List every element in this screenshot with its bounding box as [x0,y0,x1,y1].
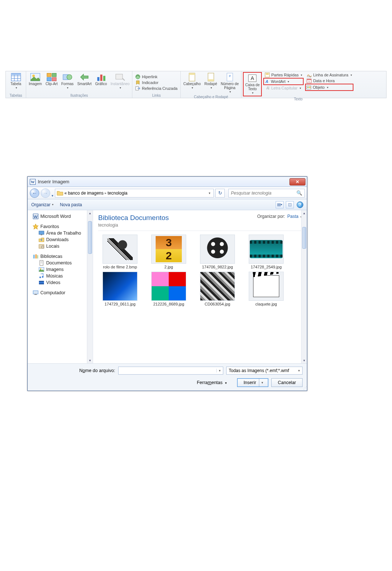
chart-button[interactable]: Gráfico [94,72,108,87]
pagenumber-button[interactable]: #Número de Página▾ [220,72,240,94]
hyperlink-button[interactable]: Hiperlink [134,74,159,80]
svg-text:W: W [34,215,38,219]
smartart-button[interactable]: SmartArt [76,72,92,87]
arrange-by[interactable]: Organizar por: Pasta ▾ [257,214,302,219]
breadcrumb-seg-1[interactable]: banco de imagens [68,191,104,196]
datetime-button[interactable]: 5Data e Hora [305,78,353,84]
history-dropdown[interactable]: ▾ [52,194,53,197]
header-button[interactable]: Cabeçalho▾ [182,72,202,90]
resize-grip[interactable]: ⋰ [303,386,306,390]
tree-item-desktop[interactable]: Área de Trabalho [31,230,93,236]
tree-item-downloads[interactable]: Downloads [31,236,93,243]
textbox-button[interactable]: ACaixa de Texto▾ [244,73,260,95]
star-icon [33,224,39,229]
filetype-filter[interactable]: Todas as Imagens (*.emf;*.wmf ▾ [226,367,303,375]
quickparts-button[interactable]: Partes Rápidas▾ [263,72,304,78]
breadcrumb-dropdown[interactable]: ▾ [207,191,212,195]
scroll-down-icon[interactable]: ▼ [87,358,93,363]
dropcap-icon: A [265,85,270,91]
crossref-button[interactable]: Referência Cruzada [134,85,179,91]
dialog-title: Inserir Imagem [38,179,289,184]
search-icon: 🔍 [296,190,302,196]
svg-rect-21 [189,73,195,75]
screenshot-button[interactable]: Instantâneo ▾ [109,72,131,90]
file-item[interactable]: claquete.jpg [244,272,288,307]
tree-item-videos[interactable]: Vídeos [31,279,93,286]
tree-item-libraries[interactable]: Bibliotecas [31,253,93,260]
insert-button[interactable]: Inserir▾ [237,378,268,387]
filename-dropdown[interactable]: ▾ [216,369,223,372]
dropdown-arrow-icon: ▾ [52,203,53,206]
file-item[interactable]: 174728_2549.jpg [244,235,288,269]
dialog-titlebar[interactable]: W Inserir Imagem ✕ [28,177,307,187]
organize-button[interactable]: Organizar ▾ [31,202,53,207]
pagenumber-icon: # [225,73,235,81]
computer-icon [33,290,39,295]
textbox-label: Caixa de Texto [245,83,259,91]
footer-button[interactable]: Rodapé▾ [203,72,218,90]
bookmark-label: Indicador [142,80,158,85]
tree-item-documents[interactable]: Documentos [31,260,93,266]
svg-rect-17 [116,74,123,79]
scroll-thumb[interactable] [88,221,92,254]
picture-button[interactable]: Imagem [28,72,43,87]
filename-combobox[interactable]: ▾ [118,367,223,375]
word-app-icon: W [30,179,36,185]
file-item[interactable]: 174706_9822.jpg [196,235,239,269]
insert-picture-dialog: W Inserir Imagem ✕ ← → ▾ « banco de imag… [27,176,307,391]
tree-scrollbar[interactable]: ▲ ▼ [87,210,93,363]
tools-menu[interactable]: Ferramentas ▾ [197,380,227,385]
wordart-button[interactable]: AWordArt▾ [263,78,304,85]
tree-item-computer[interactable]: Computador [31,290,93,296]
dropcap-label: Letra Capitular [271,86,297,90]
tree-item-pictures[interactable]: Imagens [31,266,93,273]
tree-item-favorites[interactable]: Favoritos [31,223,93,230]
group-label-illustrations: Ilustrações [28,93,131,98]
content-scrollbar[interactable]: ▲ ▼ [301,210,307,363]
search-input[interactable] [231,191,296,196]
dropcap-button[interactable]: ALetra Capitular▾ [263,85,304,91]
scroll-down-icon[interactable]: ▼ [301,358,307,363]
thumbnail-icon [253,275,279,297]
shapes-button[interactable]: Formas ▾ [60,72,75,90]
insert-dropdown[interactable]: ▾ [259,379,265,387]
tree-item-word[interactable]: WMicrosoft Word [31,213,93,220]
object-button[interactable]: Objeto▾ [305,84,353,91]
table-button[interactable]: Tabela ▾ [9,72,22,90]
tree-item-recent[interactable]: Locais [31,243,93,249]
footer-label: Rodapé [204,82,217,86]
file-item[interactable]: 212226_8689.jpg [147,272,191,307]
refresh-button[interactable]: ↻ [215,189,225,197]
cancel-button[interactable]: Cancelar [271,378,303,387]
close-button[interactable]: ✕ [289,178,305,185]
svg-point-56 [39,276,41,278]
svg-rect-50 [37,255,38,259]
scroll-thumb[interactable] [302,227,306,249]
tree-item-music[interactable]: Músicas [31,273,93,279]
scroll-up-icon[interactable]: ▲ [87,210,93,216]
help-button[interactable]: ? [297,201,303,208]
view-options-button[interactable]: ▤ ▾ [276,201,284,208]
search-box[interactable]: 🔍 [228,189,305,197]
clipart-button[interactable]: Clip-Art [44,72,59,87]
recent-icon [39,244,44,249]
breadcrumb[interactable]: « banco de imagens ▸ tecnologia ▾ [55,189,214,197]
svg-rect-16 [103,76,105,81]
file-item[interactable]: 174729_0611.jpg [98,272,142,307]
bookmark-button[interactable]: Indicador [134,80,160,85]
file-item[interactable]: 322.jpg [147,235,191,269]
shapes-label: Formas [61,82,73,86]
filename-input[interactable] [119,368,216,373]
forward-button[interactable]: → [41,188,50,198]
file-item[interactable]: CD063054.jpg [196,272,239,307]
dropdown-arrow-icon: ▾ [252,91,253,95]
signature-button[interactable]: Linha de Assinatura▾ [305,72,353,78]
new-folder-button[interactable]: Nova pasta [60,202,82,207]
svg-rect-37 [307,79,311,80]
scroll-up-icon[interactable]: ▲ [301,210,307,216]
thumbnail-icon: 32 [156,236,182,262]
breadcrumb-seg-2[interactable]: tecnologia [108,191,128,196]
back-button[interactable]: ← [30,188,39,198]
preview-pane-button[interactable]: ◫ [286,201,294,208]
file-item[interactable]: rolo de filme 2.bmp [98,235,142,269]
